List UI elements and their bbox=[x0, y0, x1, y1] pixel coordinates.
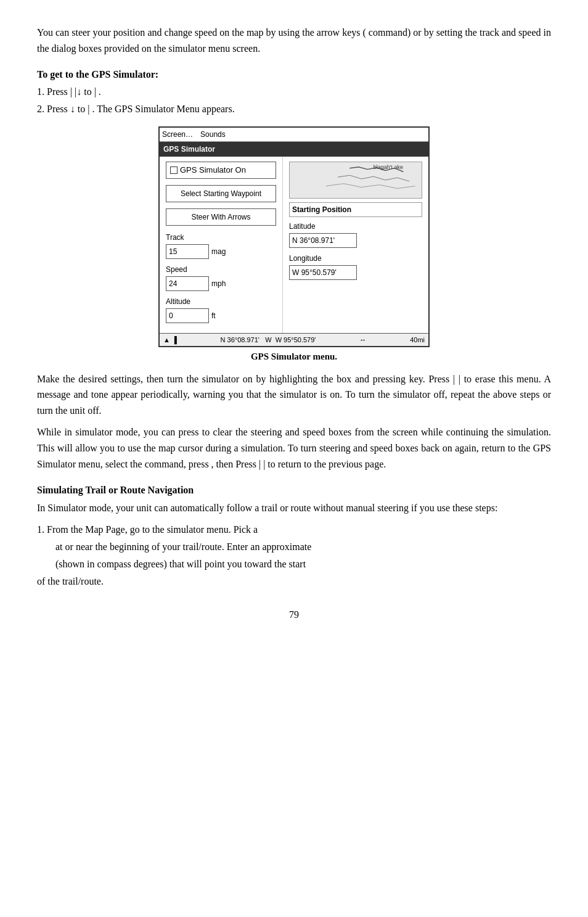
heading-simulating: Simulating Trail or Route Navigation bbox=[37, 483, 551, 498]
statusbar-coords: N 36°08.971' W W 95°50.579' bbox=[221, 335, 316, 345]
longitude-section: Longitude W 95°50.579' bbox=[289, 253, 422, 280]
heading-get-to-gps: To get to the GPS Simulator: bbox=[37, 67, 551, 82]
altitude-unit: ft bbox=[211, 310, 216, 321]
steer-with-arrows-button[interactable]: Steer With Arrows bbox=[166, 208, 276, 226]
statusbar-arrow: ↔ bbox=[359, 335, 366, 345]
track-row: 15 mag bbox=[166, 244, 276, 259]
dialog-left-panel: GPS Simulator On Select Starting Waypoin… bbox=[160, 157, 283, 333]
map-thumbnail: blagah'Lake bbox=[289, 162, 422, 199]
numbered-step-1b: at or near the beginning of your trail/r… bbox=[55, 540, 551, 554]
map-location-label: blagah'Lake bbox=[374, 163, 403, 172]
dialog-body: GPS Simulator On Select Starting Waypoin… bbox=[160, 157, 428, 333]
latitude-label: Latitude bbox=[289, 221, 422, 232]
altitude-input[interactable]: 0 bbox=[166, 308, 209, 323]
altitude-label: Altitude bbox=[166, 296, 276, 307]
track-label: Track bbox=[166, 232, 276, 243]
speed-row: 24 mph bbox=[166, 276, 276, 291]
gps-simulator-on-row[interactable]: GPS Simulator On bbox=[166, 162, 276, 179]
longitude-value: W 95°50.579' bbox=[289, 265, 357, 280]
track-unit: mag bbox=[211, 246, 226, 257]
gps-simulator-diagram: Screen… Sounds GPS Simulator GPS Simulat… bbox=[37, 126, 551, 347]
longitude-label: Longitude bbox=[289, 253, 422, 264]
dialog-statusbar: ▲ ▐ N 36°08.971' W W 95°50.579' ↔ 40mi bbox=[160, 333, 428, 347]
statusbar-lon: W 95°50.579' bbox=[276, 336, 316, 343]
altitude-row: 0 ft bbox=[166, 308, 276, 323]
menu-screen[interactable]: Screen… bbox=[162, 129, 193, 140]
speed-label: Speed bbox=[166, 264, 276, 275]
select-waypoint-button[interactable]: Select Starting Waypoint bbox=[166, 185, 276, 202]
numbered-step-1c: (shown in compass degrees) that will poi… bbox=[55, 557, 551, 572]
statusbar-dist: 40mi bbox=[410, 335, 425, 345]
para-3: While in simulator mode, you can press t… bbox=[37, 424, 551, 472]
gps-checkbox-label: GPS Simulator On bbox=[180, 164, 246, 176]
latitude-value: N 36°08.971' bbox=[289, 233, 357, 248]
para-2: Make the desired settings, then turn the… bbox=[37, 371, 551, 419]
track-input[interactable]: 15 bbox=[166, 244, 209, 259]
menu-sounds[interactable]: Sounds bbox=[200, 129, 226, 140]
para-4: In Simulator mode, your unit can automat… bbox=[37, 500, 551, 516]
gps-checkbox[interactable] bbox=[170, 167, 178, 174]
intro-paragraph: You can steer your position and change s… bbox=[37, 25, 551, 56]
dialog-right-panel: blagah'Lake Starting Position Latitude N… bbox=[283, 157, 428, 333]
statusbar-lat: N 36°08.971' bbox=[221, 336, 259, 343]
numbered-step-1d: of the trail/route. bbox=[37, 574, 551, 589]
page-number: 79 bbox=[37, 607, 551, 622]
dialog-title: GPS Simulator bbox=[160, 142, 428, 157]
step-2-line: 2. Press ↓ to | . The GPS Simulator Menu… bbox=[37, 102, 551, 117]
speed-input[interactable]: 24 bbox=[166, 276, 209, 291]
gps-dialog-box: Screen… Sounds GPS Simulator GPS Simulat… bbox=[158, 126, 430, 347]
step-1-line: 1. Press | |↓ to | . bbox=[37, 84, 551, 99]
numbered-step-1: 1. From the Map Page, go to the simulato… bbox=[37, 522, 551, 537]
statusbar-icon: ▲ ▐ bbox=[163, 335, 177, 345]
diagram-caption: GPS Simulator menu. bbox=[37, 350, 551, 364]
dialog-menubar: Screen… Sounds bbox=[160, 128, 428, 142]
speed-unit: mph bbox=[211, 278, 226, 289]
starting-position-label: Starting Position bbox=[289, 202, 422, 217]
latitude-section: Latitude N 36°08.971' bbox=[289, 221, 422, 248]
